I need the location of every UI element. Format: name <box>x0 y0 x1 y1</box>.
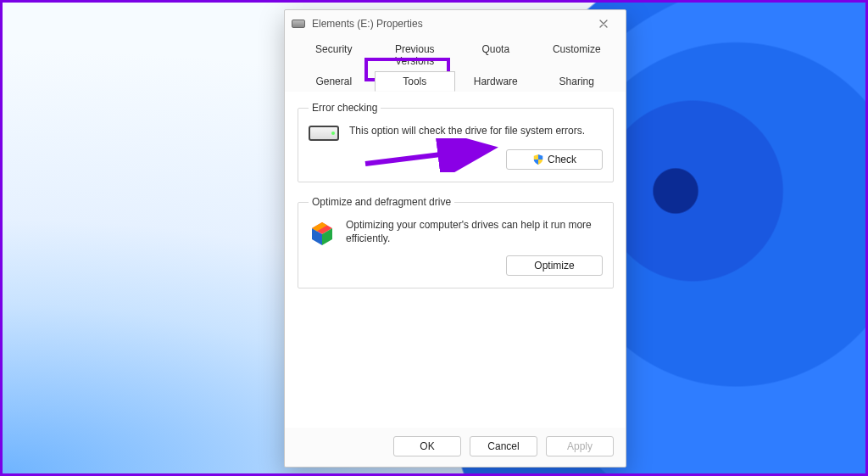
tab-security[interactable]: Security <box>293 39 375 71</box>
titlebar[interactable]: Elements (E:) Properties <box>285 10 626 37</box>
tab-tools[interactable]: Tools <box>375 71 456 92</box>
close-icon <box>599 20 608 28</box>
group-optimize-legend: Optimize and defragment drive <box>309 196 454 208</box>
optimize-text: Optimizing your computer's drives can he… <box>346 218 603 245</box>
tab-hardware[interactable]: Hardware <box>455 71 537 92</box>
group-error-checking-legend: Error checking <box>309 102 381 114</box>
tab-quota[interactable]: Quota <box>455 39 537 71</box>
group-optimize: Optimize and defragment drive Optimizing… <box>298 196 614 288</box>
tab-previous-versions[interactable]: Previous Versions <box>375 39 456 71</box>
optimize-button-label: Optimize <box>534 260 574 272</box>
optimize-button[interactable]: Optimize <box>506 255 603 276</box>
check-button[interactable]: Check <box>506 149 603 170</box>
check-button-label: Check <box>548 154 576 165</box>
window-title: Elements (E:) Properties <box>312 18 588 30</box>
error-checking-text: This option will check the drive for fil… <box>349 124 603 137</box>
cancel-button[interactable]: Cancel <box>470 436 537 456</box>
drive-large-icon <box>309 126 339 141</box>
dialog-buttons: OK Cancel Apply <box>285 428 626 467</box>
tab-content: Error checking This option will check th… <box>285 92 626 428</box>
tab-general[interactable]: General <box>293 71 375 92</box>
close-button[interactable] <box>588 14 619 34</box>
uac-shield-icon <box>532 154 544 165</box>
defrag-icon <box>309 220 336 247</box>
properties-dialog: Elements (E:) Properties Security Previo… <box>284 9 626 468</box>
tab-customize[interactable]: Customize <box>537 39 618 71</box>
tab-sharing[interactable]: Sharing <box>537 71 618 92</box>
apply-button[interactable]: Apply <box>546 436 614 456</box>
ok-button[interactable]: OK <box>393 436 461 456</box>
drive-icon <box>292 20 305 28</box>
group-error-checking: Error checking This option will check th… <box>298 102 614 182</box>
tabs: Security Previous Versions Quota Customi… <box>285 37 626 92</box>
